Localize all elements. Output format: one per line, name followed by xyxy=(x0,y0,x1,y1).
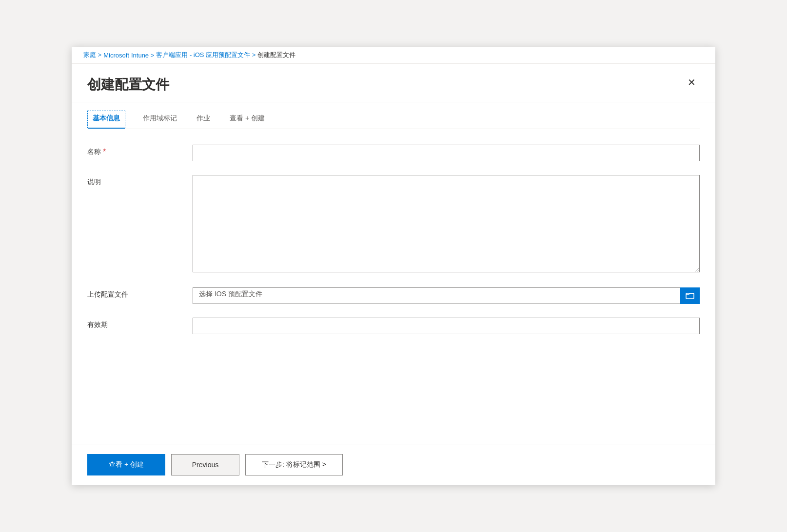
review-create-button[interactable]: 查看 + 创建 xyxy=(87,454,165,475)
description-control xyxy=(193,175,700,274)
footer: 查看 + 创建 Previous 下一步: 将标记范围 > xyxy=(72,444,715,485)
name-control xyxy=(193,145,700,161)
step-basic-info[interactable]: 基本信息 xyxy=(87,111,125,128)
close-button[interactable]: ✕ xyxy=(684,76,700,89)
description-field-row: 说明 xyxy=(87,175,700,274)
validity-control xyxy=(193,318,700,334)
dialog-title: 创建配置文件 xyxy=(87,76,169,94)
breadcrumb-home[interactable]: 家庭 > xyxy=(83,51,101,59)
dialog-header: 创建配置文件 ✕ xyxy=(72,64,715,94)
breadcrumb-intune[interactable]: Intune > xyxy=(131,52,154,59)
upload-field-row: 上传配置文件 选择 IOS 预配置文件 xyxy=(87,287,700,304)
step-scope-tags[interactable]: 作用域标记 xyxy=(141,110,179,129)
name-input[interactable] xyxy=(193,145,700,161)
file-upload-placeholder[interactable]: 选择 IOS 预配置文件 xyxy=(193,287,680,304)
upload-label: 上传配置文件 xyxy=(87,287,185,299)
file-upload-wrapper: 选择 IOS 预配置文件 xyxy=(193,287,700,304)
steps-bar: 基本信息 作用域标记 作业 查看 + 创建 xyxy=(72,102,715,129)
name-label: 名称 * xyxy=(87,145,185,156)
next-button[interactable]: 下一步: 将标记范围 > xyxy=(245,454,343,475)
step-assignment[interactable]: 作业 xyxy=(195,110,212,129)
description-label: 说明 xyxy=(87,175,185,187)
validity-label: 有效期 xyxy=(87,318,185,329)
validity-input[interactable] xyxy=(193,318,700,334)
validity-field-row: 有效期 xyxy=(87,318,700,334)
create-profile-dialog: 家庭 > Microsoft Intune > 客户端应用 - iOS 应用预配… xyxy=(72,47,715,485)
file-upload-button[interactable] xyxy=(680,287,700,304)
step-review-create[interactable]: 查看 + 创建 xyxy=(228,110,267,129)
name-field-row: 名称 * xyxy=(87,145,700,161)
form-area: 名称 * 说明 上传配置文件 选择 IOS 预配置文件 xyxy=(72,129,715,444)
description-input[interactable] xyxy=(193,175,700,272)
breadcrumb-microsoft[interactable]: Microsoft xyxy=(103,52,129,59)
breadcrumb-current: 创建配置文件 xyxy=(257,51,295,59)
breadcrumb-client-apps[interactable]: 客户端应用 - iOS 应用预配置文件 > xyxy=(156,51,256,59)
upload-control: 选择 IOS 预配置文件 xyxy=(193,287,700,304)
previous-button[interactable]: Previous xyxy=(171,454,239,475)
folder-icon xyxy=(686,291,694,300)
breadcrumb: 家庭 > Microsoft Intune > 客户端应用 - iOS 应用预配… xyxy=(72,47,715,64)
name-required-star: * xyxy=(103,148,106,156)
